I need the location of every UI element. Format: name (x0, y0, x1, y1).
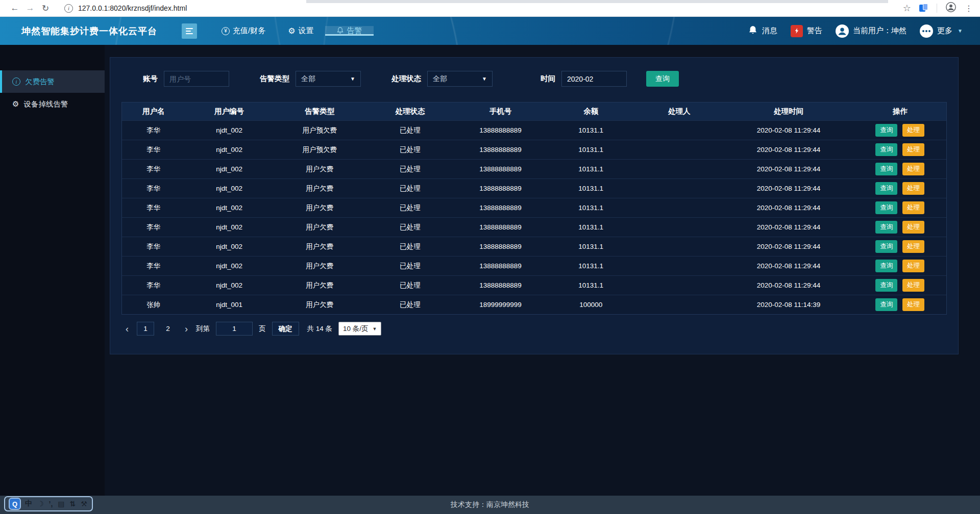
more-label: 更多 (937, 26, 952, 36)
row-query-button[interactable]: 查询 (875, 240, 897, 253)
confirm-page-button[interactable]: 确定 (272, 322, 299, 336)
row-actions: 查询处理 (854, 237, 946, 256)
browser-back-icon[interactable]: ← (7, 3, 22, 13)
row-query-button[interactable]: 查询 (875, 124, 897, 137)
row-handle-button[interactable]: 处理 (902, 260, 924, 272)
status-cell: 已处理 (366, 160, 454, 178)
row-actions: 查询处理 (854, 256, 946, 275)
page-number-1[interactable]: 1 (137, 322, 154, 336)
punctuation-icon[interactable]: ’, (49, 500, 53, 508)
row-handle-button[interactable]: 处理 (902, 163, 924, 175)
info-circle-icon: i (12, 78, 20, 86)
status-select[interactable]: 全部 ▼ (427, 71, 493, 87)
nav-item-settings[interactable]: ⚙ 设置 (277, 26, 325, 36)
browser-extension-icon[interactable] (919, 4, 928, 13)
messages-label: 消息 (762, 26, 777, 36)
ime-language-mode[interactable]: 中 (25, 499, 32, 508)
query-button[interactable]: 查询 (646, 71, 679, 87)
table-row: 李华njdt_002用户欠费已处理1388888888910131.12020-… (122, 159, 946, 178)
bookmark-star-icon[interactable]: ☆ (903, 3, 911, 14)
warning-button[interactable]: 警告 (791, 25, 822, 37)
table-row: 李华njdt_002用户欠费已处理1388888888910131.12020-… (122, 275, 946, 295)
handler-cell (635, 256, 723, 275)
phone-cell: 13888888889 (454, 237, 547, 256)
row-query-button[interactable]: 查询 (875, 279, 897, 292)
handler-cell (635, 276, 723, 295)
row-handle-button[interactable]: 处理 (902, 298, 924, 311)
alarm-type-select[interactable]: 全部 ▼ (296, 71, 361, 87)
row-query-button[interactable]: 查询 (875, 143, 897, 156)
balance-cell: 10131.1 (547, 140, 635, 159)
row-query-button[interactable]: 查询 (875, 163, 897, 175)
row-query-button[interactable]: 查询 (875, 298, 897, 311)
sidebar-item-arrears-alarm[interactable]: i 欠费告警 (0, 70, 105, 93)
page-size-select[interactable]: 10 条/页 ▼ (338, 322, 381, 336)
user-name-cell: 李华 (122, 218, 185, 237)
row-query-button[interactable]: 查询 (875, 221, 897, 234)
row-handle-button[interactable]: 处理 (902, 279, 924, 292)
handle-time-cell: 2020-02-08 11:29:44 (723, 140, 853, 159)
table-header-row: 用户名用户编号告警类型处理状态手机号余额处理人处理时间操作 (122, 102, 946, 120)
ime-toolbar[interactable]: Q 中 ☽ ’, ▤ ⇅ ⚒ (4, 496, 93, 511)
address-bar[interactable]: i 127.0.0.1:8020/krznsdjf/index.html (64, 4, 903, 13)
row-handle-button[interactable]: 处理 (902, 201, 924, 214)
sidebar-collapse-button[interactable] (182, 23, 197, 39)
row-handle-button[interactable]: 处理 (902, 124, 924, 137)
moon-icon[interactable]: ☽ (37, 500, 44, 508)
nav-label: 充值/财务 (233, 26, 265, 36)
wrench-icon[interactable]: ⚒ (81, 500, 87, 508)
current-user-button[interactable]: 当前用户：坤然 (836, 24, 906, 38)
goto-label: 到第 (196, 324, 210, 333)
yen-circle-icon: ¥ (222, 27, 230, 35)
bell-icon (748, 25, 758, 37)
table-row: 李华njdt_002用户预欠费已处理1388888888910131.12020… (122, 120, 946, 140)
handler-cell (635, 198, 723, 217)
next-page-icon[interactable]: › (183, 324, 190, 333)
user-avatar-icon (836, 24, 849, 38)
browser-reload-icon[interactable]: ↻ (38, 3, 53, 14)
page-number-2[interactable]: 2 (159, 322, 177, 336)
time-label: 时间 (541, 74, 555, 84)
handler-cell (635, 295, 723, 314)
browser-forward-icon[interactable]: → (22, 3, 38, 13)
split-icon[interactable]: ⇅ (70, 500, 76, 508)
page-size-value: 10 条/页 (343, 324, 369, 333)
row-handle-button[interactable]: 处理 (902, 143, 924, 156)
chevron-down-icon: ▼ (482, 76, 487, 82)
user-name-cell: 李华 (122, 276, 185, 295)
nav-item-finance[interactable]: ¥ 充值/财务 (210, 26, 277, 36)
site-info-icon[interactable]: i (64, 4, 73, 13)
page-unit-label: 页 (259, 324, 266, 333)
row-handle-button[interactable]: 处理 (902, 240, 924, 253)
goto-page-input[interactable] (216, 322, 253, 336)
account-input[interactable] (169, 75, 224, 83)
row-handle-button[interactable]: 处理 (902, 221, 924, 234)
nav-item-alarm[interactable]: 告警 (325, 26, 374, 36)
handler-cell (635, 140, 723, 159)
user-id-cell: njdt_002 (185, 237, 274, 256)
time-input[interactable] (567, 75, 621, 83)
handle-time-cell: 2020-02-08 11:29:44 (723, 160, 853, 178)
row-query-button[interactable]: 查询 (875, 182, 897, 195)
alarm-type-value: 全部 (301, 74, 315, 84)
keyboard-icon[interactable]: ▤ (58, 500, 64, 508)
messages-button[interactable]: 消息 (748, 25, 777, 37)
prev-page-icon[interactable]: ‹ (124, 324, 131, 333)
status-cell: 已处理 (366, 198, 454, 217)
column-header: 用户编号 (185, 102, 274, 120)
table-row: 张帅njdt_001用户欠费已处理189999999991000002020-0… (122, 295, 946, 314)
balance-cell: 10131.1 (547, 121, 635, 140)
browser-profile-icon[interactable] (945, 2, 957, 15)
row-handle-button[interactable]: 处理 (902, 182, 924, 195)
status-cell: 已处理 (366, 237, 454, 256)
user-name-cell: 李华 (122, 160, 185, 178)
row-query-button[interactable]: 查询 (875, 260, 897, 272)
ime-brand-icon[interactable]: Q (10, 499, 20, 509)
current-user-label: 当前用户：坤然 (853, 26, 906, 36)
more-button[interactable]: 更多 ▼ (920, 24, 963, 38)
table-row: 李华njdt_002用户欠费已处理1388888888910131.12020-… (122, 198, 946, 217)
row-query-button[interactable]: 查询 (875, 201, 897, 214)
browser-menu-icon[interactable]: ⋮ (965, 4, 973, 13)
sidebar-item-device-offline-alarm[interactable]: ⚙ 设备掉线告警 (0, 93, 105, 115)
url-text[interactable]: 127.0.0.1:8020/krznsdjf/index.html (78, 4, 187, 12)
